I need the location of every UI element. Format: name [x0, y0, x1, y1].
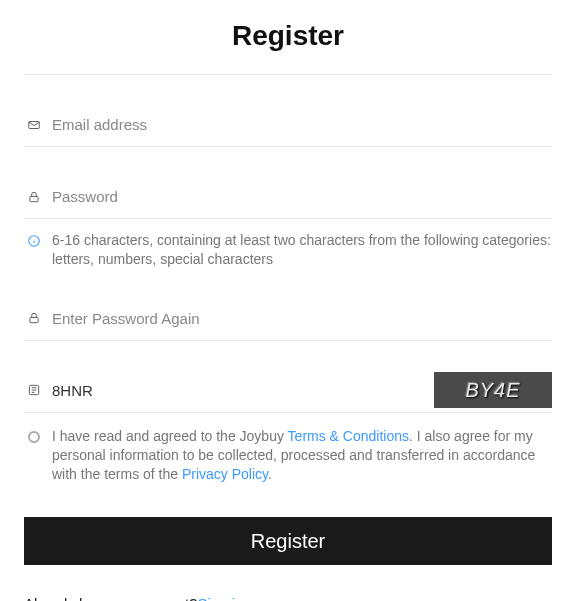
- circle-icon: [28, 431, 40, 443]
- captcha-image[interactable]: BY4E: [434, 372, 552, 408]
- signin-prompt: Already have an account?: [24, 595, 197, 601]
- svg-rect-5: [30, 318, 38, 323]
- info-icon: [24, 231, 44, 251]
- svg-rect-0: [29, 121, 40, 128]
- lock-icon: [24, 187, 44, 207]
- terms-row: I have read and agreed to the Joybuy Ter…: [24, 427, 552, 484]
- terms-post: .: [268, 466, 272, 482]
- confirm-password-input[interactable]: [52, 297, 552, 340]
- page-title: Register: [24, 14, 552, 74]
- email-input[interactable]: [52, 103, 552, 146]
- lock-icon: [24, 308, 44, 328]
- privacy-policy-link[interactable]: Privacy Policy: [182, 466, 268, 482]
- svg-rect-1: [30, 196, 38, 201]
- email-field-row: [24, 103, 552, 147]
- terms-text: I have read and agreed to the Joybuy Ter…: [52, 427, 552, 484]
- terms-conditions-link[interactable]: Terms & Conditions: [288, 428, 409, 444]
- password-field-row: [24, 175, 552, 219]
- envelope-icon: [24, 115, 44, 135]
- password-input[interactable]: [52, 175, 552, 218]
- captcha-field-row: BY4E: [24, 369, 552, 413]
- signin-link[interactable]: Sign in: [197, 595, 243, 601]
- signin-row: Already have an account?Sign in: [24, 595, 552, 601]
- confirm-password-field-row: [24, 297, 552, 341]
- password-hint-text: 6-16 characters, containing at least two…: [52, 231, 552, 269]
- terms-pre: I have read and agreed to the Joybuy: [52, 428, 288, 444]
- register-button[interactable]: Register: [24, 517, 552, 565]
- terms-radio[interactable]: [24, 427, 44, 447]
- captcha-icon: [24, 380, 44, 400]
- password-hint-row: 6-16 characters, containing at least two…: [24, 231, 552, 269]
- divider: [24, 74, 552, 75]
